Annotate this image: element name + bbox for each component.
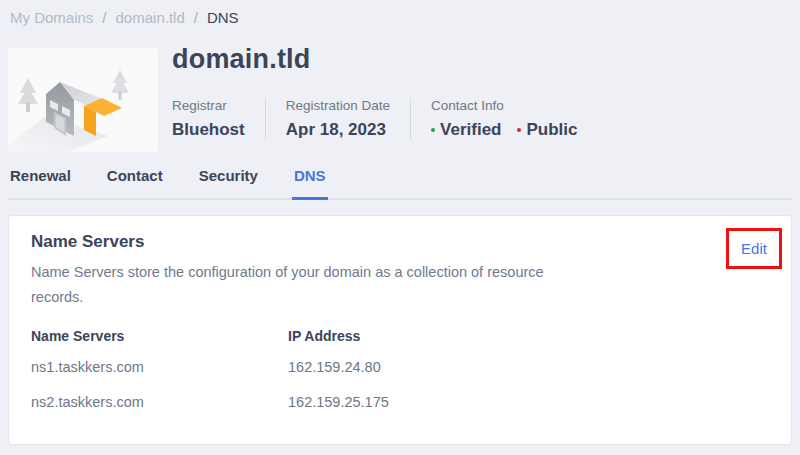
registrar-label: Registrar [172,98,245,113]
edit-annotation-box: Edit [726,228,782,269]
ip-value: 162.159.25.175 [288,394,538,410]
column-header-name-servers: Name Servers [31,328,288,344]
tab-security[interactable]: Security [197,167,260,200]
info-divider [410,98,411,140]
domain-info-row: Registrar Bluehost Registration Date Apr… [172,98,577,140]
table-row: ns2.taskkers.com 162.159.25.175 [31,394,538,429]
breadcrumb-item-my-domains[interactable]: My Domains [10,9,93,26]
tab-bar: Renewal Contact Security DNS [8,167,792,200]
registration-date-info: Registration Date Apr 18, 2023 [286,98,390,140]
name-servers-table: Name Servers IP Address ns1.taskkers.com… [31,328,538,429]
page-title: domain.tld [172,44,311,75]
contact-verified-status: Verified [431,120,501,140]
contact-info-label: Contact Info [431,98,577,113]
breadcrumb-item-dns: DNS [207,9,239,26]
registrar-value: Bluehost [172,120,245,140]
domain-dns-page: My Domains / domain.tld / DNS [0,0,800,455]
name-servers-card: Name Servers Edit Name Servers store the… [8,215,792,445]
ip-value: 162.159.24.80 [288,359,538,375]
breadcrumb-item-domain[interactable]: domain.tld [116,9,185,26]
registrar-info: Registrar Bluehost [172,98,245,140]
breadcrumb-separator: / [102,9,106,26]
public-label: Public [526,120,577,140]
public-dot-icon [517,128,521,132]
tab-contact[interactable]: Contact [105,167,165,200]
column-header-ip-address: IP Address [288,328,538,344]
card-description: Name Servers store the configuration of … [31,260,566,310]
info-divider [265,98,266,140]
table-row: ns1.taskkers.com 162.159.24.80 [31,359,538,394]
breadcrumb-separator: / [194,9,198,26]
contact-public-status: Public [517,120,577,140]
tab-dns[interactable]: DNS [292,167,328,200]
verified-label: Verified [440,120,501,140]
domain-illustration [8,48,158,152]
edit-button[interactable]: Edit [741,240,767,257]
isometric-house-icon [8,48,158,152]
verified-dot-icon [431,128,435,132]
breadcrumb: My Domains / domain.tld / DNS [10,9,239,26]
table-header-row: Name Servers IP Address [31,328,538,359]
tab-renewal[interactable]: Renewal [8,167,73,200]
card-title: Name Servers [31,232,144,252]
registration-date-label: Registration Date [286,98,390,113]
nameserver-value: ns2.taskkers.com [31,394,288,410]
nameserver-value: ns1.taskkers.com [31,359,288,375]
contact-info: Contact Info Verified Public [431,98,577,140]
registration-date-value: Apr 18, 2023 [286,120,390,140]
